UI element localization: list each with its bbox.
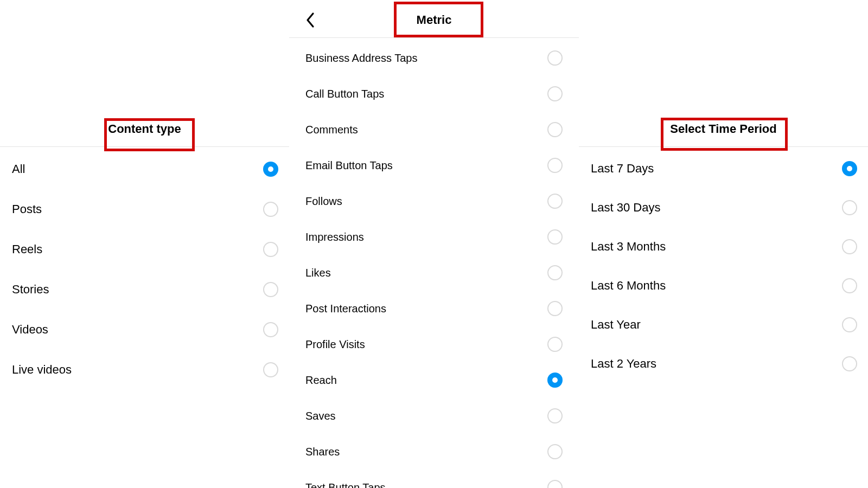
metric-option-label: Impressions: [305, 231, 364, 243]
time-period-option-label: Last 7 Days: [591, 162, 654, 176]
content-type-option[interactable]: Live videos: [0, 350, 289, 390]
metric-option[interactable]: Saves: [289, 398, 579, 434]
time-period-option-label: Last 30 Days: [591, 201, 660, 215]
content-type-option[interactable]: Stories: [0, 269, 289, 310]
metric-list: Business Address TapsCall Button TapsCom…: [289, 40, 579, 488]
radio-icon[interactable]: [547, 337, 563, 352]
metric-option[interactable]: Email Button Taps: [289, 147, 579, 183]
radio-icon[interactable]: [263, 322, 278, 337]
radio-icon[interactable]: [842, 161, 857, 176]
radio-icon[interactable]: [547, 194, 563, 209]
metric-option[interactable]: Text Button Taps: [289, 470, 579, 488]
metric-option[interactable]: Impressions: [289, 219, 579, 255]
radio-icon[interactable]: [547, 480, 563, 488]
metric-option-label: Business Address Taps: [305, 52, 417, 65]
metric-option[interactable]: Business Address Taps: [289, 40, 579, 76]
content-type-option[interactable]: Reels: [0, 229, 289, 269]
time-period-option-label: Last 6 Months: [591, 279, 666, 293]
metric-option[interactable]: Post Interactions: [289, 291, 579, 326]
time-period-option[interactable]: Last Year: [579, 305, 868, 344]
content-type-option[interactable]: Videos: [0, 310, 289, 350]
radio-icon[interactable]: [547, 50, 563, 66]
content-type-list: AllPostsReelsStoriesVideosLive videos: [0, 149, 289, 390]
time-period-option[interactable]: Last 6 Months: [579, 266, 868, 305]
panel-metric: Metric Business Address TapsCall Button …: [289, 0, 579, 488]
radio-icon[interactable]: [263, 362, 278, 377]
time-period-option-label: Last 3 Months: [591, 240, 666, 254]
metric-option[interactable]: Reach: [289, 362, 579, 398]
metric-option-label: Email Button Taps: [305, 159, 393, 172]
radio-icon[interactable]: [547, 86, 563, 101]
radio-icon[interactable]: [547, 444, 563, 459]
highlight-time-period: [661, 118, 788, 151]
metric-option-label: Call Button Taps: [305, 88, 384, 100]
panel-content-type: Content type AllPostsReelsStoriesVideosL…: [0, 0, 289, 390]
metric-option-label: Saves: [305, 410, 336, 422]
radio-icon[interactable]: [547, 301, 563, 316]
radio-icon[interactable]: [547, 158, 563, 173]
metric-option[interactable]: Follows: [289, 183, 579, 219]
radio-icon[interactable]: [263, 282, 278, 297]
time-period-option[interactable]: Last 30 Days: [579, 188, 868, 227]
content-type-option-label: Posts: [12, 202, 42, 216]
metric-option-label: Text Button Taps: [305, 481, 386, 489]
highlight-content-type: [104, 118, 195, 151]
metric-option-label: Follows: [305, 195, 342, 208]
metric-option[interactable]: Call Button Taps: [289, 76, 579, 112]
time-period-list: Last 7 DaysLast 30 DaysLast 3 MonthsLast…: [579, 149, 868, 383]
highlight-metric: [394, 2, 483, 37]
time-period-option[interactable]: Last 3 Months: [579, 227, 868, 266]
radio-icon[interactable]: [263, 202, 278, 217]
metric-option-label: Likes: [305, 267, 331, 279]
back-button[interactable]: [305, 12, 315, 28]
time-period-option[interactable]: Last 2 Years: [579, 344, 868, 383]
content-type-option-label: Reels: [12, 242, 42, 256]
content-type-option-label: All: [12, 162, 25, 176]
radio-icon[interactable]: [547, 122, 563, 137]
metric-option[interactable]: Profile Visits: [289, 326, 579, 362]
content-type-option-label: Stories: [12, 282, 49, 297]
time-period-option-label: Last 2 Years: [591, 357, 656, 371]
radio-icon[interactable]: [263, 242, 278, 257]
metric-option-label: Comments: [305, 124, 358, 136]
panel-time-period: Select Time Period Last 7 DaysLast 30 Da…: [579, 0, 868, 383]
content-type-option[interactable]: Posts: [0, 189, 289, 229]
radio-icon[interactable]: [842, 200, 857, 215]
radio-icon[interactable]: [842, 278, 857, 293]
radio-icon[interactable]: [842, 356, 857, 371]
radio-icon[interactable]: [547, 408, 563, 423]
metric-option-label: Shares: [305, 446, 340, 458]
radio-icon[interactable]: [547, 229, 563, 245]
content-type-option[interactable]: All: [0, 149, 289, 189]
metric-option-label: Reach: [305, 374, 337, 387]
content-type-option-label: Videos: [12, 323, 48, 337]
metric-option[interactable]: Likes: [289, 255, 579, 291]
radio-icon[interactable]: [547, 373, 563, 388]
radio-icon[interactable]: [842, 317, 857, 332]
radio-icon[interactable]: [547, 265, 563, 280]
radio-icon[interactable]: [263, 162, 278, 177]
metric-option[interactable]: Comments: [289, 112, 579, 147]
metric-option-label: Profile Visits: [305, 338, 365, 351]
metric-option-label: Post Interactions: [305, 303, 386, 315]
metric-option[interactable]: Shares: [289, 434, 579, 470]
time-period-option[interactable]: Last 7 Days: [579, 149, 868, 188]
chevron-left-icon: [305, 12, 315, 28]
radio-icon[interactable]: [842, 239, 857, 254]
content-type-option-label: Live videos: [12, 363, 72, 377]
time-period-option-label: Last Year: [591, 318, 641, 332]
